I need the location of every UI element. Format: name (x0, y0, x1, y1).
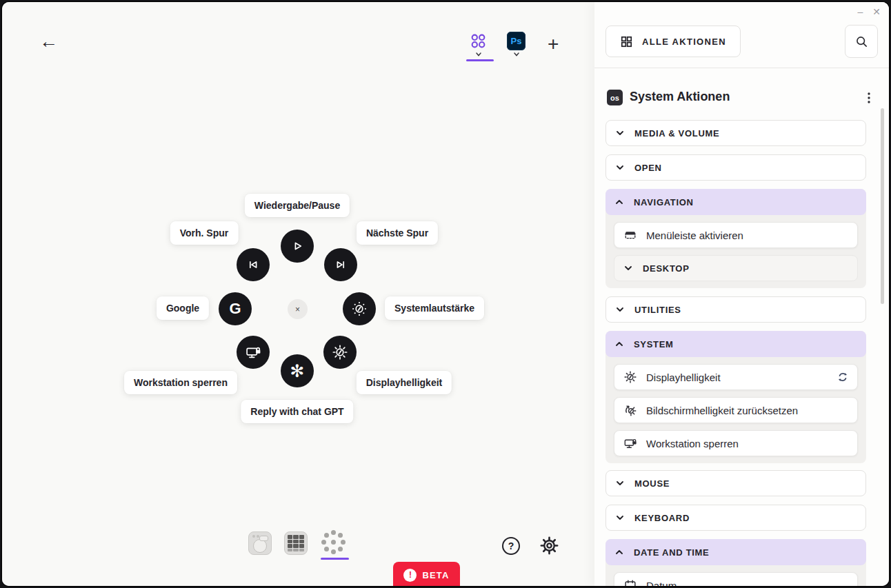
chevron-down-icon (623, 265, 633, 272)
play-icon (289, 238, 306, 254)
all-actions-button[interactable]: ALLE AKTIONEN (605, 26, 741, 57)
ring-action-label: Nächste Spur (357, 221, 438, 245)
panel-title-row: os System Aktionen (594, 89, 889, 107)
volume-dial-icon (350, 300, 368, 318)
chevron-up-icon (614, 549, 624, 556)
section-group-navigation: NAVIGATION Menüleiste aktivieren DESKTOP (605, 189, 866, 288)
section-system[interactable]: SYSTEM (605, 331, 866, 357)
chevron-down-icon (615, 164, 625, 171)
active-tab-underline (466, 59, 494, 61)
ring-action-label: Reply with chat GPT (241, 400, 353, 423)
close-button[interactable]: ✕ (872, 5, 881, 19)
section-utilities[interactable]: UTILITIES (605, 296, 866, 323)
action-item-date[interactable]: Datum (614, 572, 858, 586)
exclamation-icon: ! (403, 569, 417, 582)
action-item-label: Displayhelligkeit (646, 372, 721, 383)
ring-action-previous-track[interactable] (237, 248, 270, 281)
section-label: DATE AND TIME (634, 547, 709, 558)
brightness-icon (331, 343, 349, 361)
ring-action-label: Systemlautstärke (385, 296, 484, 320)
close-icon: × (295, 305, 300, 314)
actions-sidebar: ALLE AKTIONEN os System Aktionen (594, 2, 889, 586)
settings-gear-icon[interactable] (539, 536, 559, 556)
section-keyboard[interactable]: KEYBOARD (605, 505, 866, 531)
action-item-label: Workstation sperren (646, 438, 739, 449)
chevron-up-icon (614, 341, 624, 347)
section-label: MEDIA & VOLUME (634, 128, 719, 139)
previous-track-icon (245, 256, 261, 273)
ring-action-label: Google (157, 296, 209, 320)
action-item-activate-menubar[interactable]: Menüleiste aktivieren (614, 222, 858, 248)
section-label: KEYBOARD (634, 513, 690, 523)
help-button[interactable]: ? (502, 537, 520, 555)
section-mouse[interactable]: MOUSE (605, 470, 866, 496)
section-date-time[interactable]: DATE AND TIME (605, 539, 866, 565)
chevron-down-icon (615, 480, 625, 487)
section-navigation[interactable]: NAVIGATION (605, 189, 866, 215)
section-label: SYSTEM (634, 339, 674, 349)
all-actions-label: ALLE AKTIONEN (642, 37, 726, 47)
ring-action-lock-workstation[interactable] (237, 336, 270, 369)
chevron-up-icon (614, 199, 624, 205)
ring-action-next-track[interactable] (324, 248, 357, 281)
ring-action-google[interactable]: G (219, 292, 252, 325)
keypad-device-tab[interactable] (284, 531, 308, 555)
dial-device-tab[interactable] (248, 531, 272, 555)
active-device-underline (321, 558, 349, 560)
subsection-label: DESKTOP (643, 263, 690, 274)
lock-workstation-icon (623, 436, 638, 451)
section-label: UTILITIES (634, 305, 681, 315)
actions-grid-icon (470, 32, 487, 50)
search-icon (854, 34, 869, 49)
chevron-down-icon (615, 130, 625, 136)
subsection-desktop[interactable]: DESKTOP (614, 255, 858, 281)
section-group-system: SYSTEM Displayhelligkeit (605, 331, 866, 463)
chevron-down-icon[interactable] (512, 51, 521, 58)
chevron-down-icon[interactable] (474, 51, 483, 58)
ring-action-play-pause[interactable] (281, 230, 314, 263)
action-ring-device-tab[interactable] (321, 530, 346, 555)
section-group-date-time: DATE AND TIME Datum (605, 539, 866, 586)
keypad-grid-shape (288, 535, 304, 548)
sidebar-scrollbar[interactable] (881, 108, 884, 304)
google-icon: G (229, 300, 241, 318)
photoshop-app-icon[interactable]: Ps (507, 32, 525, 50)
window-controls: – ✕ (857, 5, 881, 19)
action-item-lock-workstation[interactable]: Workstation sperren (614, 430, 858, 456)
adjustable-icon (837, 371, 849, 383)
action-item-label: Menüleiste aktivieren (646, 230, 743, 241)
section-open[interactable]: OPEN (605, 154, 866, 181)
chevron-down-icon (615, 306, 625, 313)
ring-center-close-button[interactable]: × (288, 299, 308, 319)
section-list: MEDIA & VOLUME OPEN NAVIGATION (605, 120, 866, 586)
action-ring-canvas: ← Ps + (2, 2, 594, 586)
back-button[interactable]: ← (35, 32, 62, 52)
action-item-display-brightness[interactable]: Displayhelligkeit (614, 364, 858, 390)
action-item-label: Bildschirmhelligkeit zurücksetzen (646, 405, 798, 416)
beta-badge: ! BETA (393, 562, 460, 586)
lock-workstation-icon (244, 343, 262, 361)
ring-action-label: Wiedergabe/Pause (245, 194, 350, 217)
section-label: OPEN (634, 163, 662, 173)
ring-action-label: Displayhelligkeit (357, 371, 452, 394)
ring-action-label: Workstation sperren (124, 371, 237, 394)
chatgpt-icon: ✻ (290, 363, 305, 380)
search-button[interactable] (845, 25, 878, 58)
next-track-icon (332, 256, 349, 273)
os-badge: os (607, 90, 623, 105)
ring-action-system-volume[interactable] (343, 292, 376, 325)
app-window: ← Ps + (2, 2, 889, 586)
section-label: MOUSE (634, 478, 670, 489)
kebab-menu-icon[interactable] (863, 90, 875, 105)
ring-action-chatgpt[interactable]: ✻ (281, 354, 314, 387)
action-item-reset-brightness[interactable]: Bildschirmhelligkeit zurücksetzen (614, 397, 858, 423)
section-media-volume[interactable]: MEDIA & VOLUME (605, 120, 866, 146)
section-label: NAVIGATION (634, 197, 694, 207)
brightness-dial-icon (623, 369, 638, 385)
dial-knob-shape (253, 539, 267, 553)
minimize-button[interactable]: – (857, 5, 863, 19)
ring-action-label: Vorh. Spur (170, 221, 239, 245)
action-item-label: Datum (646, 580, 677, 587)
add-profile-button[interactable]: + (543, 34, 563, 54)
ring-action-display-brightness[interactable] (323, 336, 357, 369)
